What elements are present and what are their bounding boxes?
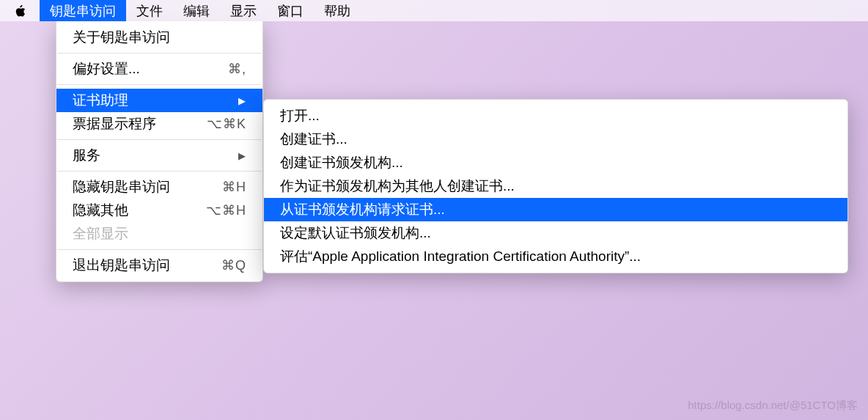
menu-item-label: 关于钥匙串访问 bbox=[73, 28, 170, 47]
menu-separator bbox=[57, 53, 262, 54]
submenu-item-5[interactable]: 设定默认证书颁发机构... bbox=[264, 221, 847, 245]
submenu-item-label: 从证书颁发机构请求证书... bbox=[280, 200, 445, 219]
submenu-item-1[interactable]: 创建证书... bbox=[264, 128, 847, 151]
menu-item-10[interactable]: 隐藏其他⌥⌘H bbox=[56, 199, 262, 222]
menu-item-label: 退出钥匙串访问 bbox=[73, 256, 170, 275]
menu-item-2[interactable]: 偏好设置...⌘, bbox=[56, 57, 262, 81]
submenu-item-6[interactable]: 评估“Apple Application Integration Certifi… bbox=[264, 245, 847, 268]
submenu-item-label: 设定默认证书颁发机构... bbox=[280, 224, 431, 243]
cert-assistant-submenu: 打开...创建证书...创建证书颁发机构...作为证书颁发机构为其他人创建证书.… bbox=[263, 99, 848, 273]
menu-item-label: 偏好设置... bbox=[73, 59, 140, 78]
chevron-right-icon: ▶ bbox=[238, 95, 246, 106]
submenu-item-label: 作为证书颁发机构为其他人创建证书... bbox=[280, 177, 515, 196]
menubar: 钥匙串访问文件编辑显示窗口帮助 bbox=[0, 0, 868, 21]
menu-item-label: 全部显示 bbox=[73, 224, 128, 243]
menu-item-4[interactable]: 证书助理▶ bbox=[56, 89, 262, 112]
menubar-item-4[interactable]: 窗口 bbox=[267, 0, 314, 21]
menubar-item-2[interactable]: 编辑 bbox=[173, 0, 220, 21]
menu-item-label: 证书助理 bbox=[73, 91, 128, 110]
menubar-item-0[interactable]: 钥匙串访问 bbox=[40, 0, 126, 21]
menu-item-7[interactable]: 服务▶ bbox=[56, 144, 262, 167]
menu-item-9[interactable]: 隐藏钥匙串访问⌘H bbox=[56, 175, 262, 199]
menubar-item-3[interactable]: 显示 bbox=[220, 0, 267, 21]
menu-item-label: 隐藏其他 bbox=[73, 201, 128, 220]
submenu-item-label: 打开... bbox=[280, 106, 320, 125]
menu-item-5[interactable]: 票据显示程序⌥⌘K bbox=[56, 112, 262, 136]
menu-shortcut: ⌘H bbox=[222, 179, 246, 195]
submenu-item-0[interactable]: 打开... bbox=[264, 104, 847, 128]
submenu-item-3[interactable]: 作为证书颁发机构为其他人创建证书... bbox=[264, 174, 847, 198]
apple-logo-icon[interactable] bbox=[13, 4, 26, 18]
submenu-item-4[interactable]: 从证书颁发机构请求证书... bbox=[264, 198, 847, 221]
menu-item-label: 票据显示程序 bbox=[73, 114, 156, 133]
submenu-item-label: 创建证书... bbox=[280, 130, 347, 149]
watermark-text: https://blog.csdn.net/@51CTO博客 bbox=[688, 399, 858, 413]
submenu-item-label: 创建证书颁发机构... bbox=[280, 153, 403, 172]
submenu-item-2[interactable]: 创建证书颁发机构... bbox=[264, 151, 847, 174]
menubar-item-5[interactable]: 帮助 bbox=[314, 0, 361, 21]
submenu-item-label: 评估“Apple Application Integration Certifi… bbox=[280, 247, 641, 266]
menu-shortcut: ⌥⌘K bbox=[207, 116, 246, 132]
menu-separator bbox=[57, 139, 262, 140]
app-menu-dropdown: 关于钥匙串访问偏好设置...⌘,证书助理▶票据显示程序⌥⌘K服务▶隐藏钥匙串访问… bbox=[56, 21, 263, 282]
menu-item-0[interactable]: 关于钥匙串访问 bbox=[56, 26, 262, 49]
menu-item-label: 服务 bbox=[73, 146, 100, 165]
chevron-right-icon: ▶ bbox=[238, 150, 246, 161]
menu-item-11: 全部显示 bbox=[56, 222, 262, 246]
menu-separator bbox=[57, 171, 262, 172]
menu-separator bbox=[57, 249, 262, 250]
menu-item-label: 隐藏钥匙串访问 bbox=[73, 177, 170, 196]
menu-item-13[interactable]: 退出钥匙串访问⌘Q bbox=[56, 254, 262, 277]
menu-separator bbox=[57, 84, 262, 85]
menu-shortcut: ⌘, bbox=[228, 61, 246, 77]
menubar-item-1[interactable]: 文件 bbox=[126, 0, 173, 21]
menu-shortcut: ⌥⌘H bbox=[206, 202, 246, 218]
menu-shortcut: ⌘Q bbox=[221, 257, 246, 273]
